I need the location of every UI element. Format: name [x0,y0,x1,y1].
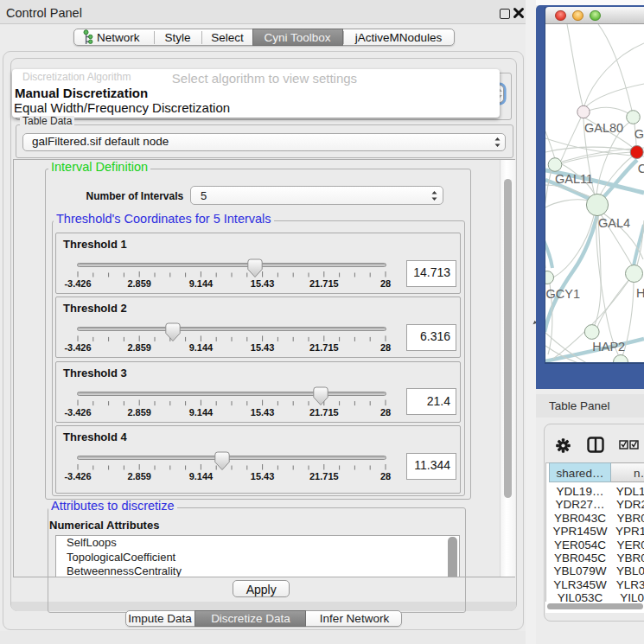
svg-text:GAL80: GAL80 [584,121,623,135]
svg-text:GCY1: GCY1 [546,287,581,301]
svg-text:GA: GA [634,127,644,141]
svg-text:H: H [636,286,644,300]
svg-text:GAL11: GAL11 [555,172,593,186]
svg-text:HAP2: HAP2 [592,340,625,354]
svg-text:GAL4: GAL4 [598,216,630,230]
svg-text:C: C [638,162,644,175]
